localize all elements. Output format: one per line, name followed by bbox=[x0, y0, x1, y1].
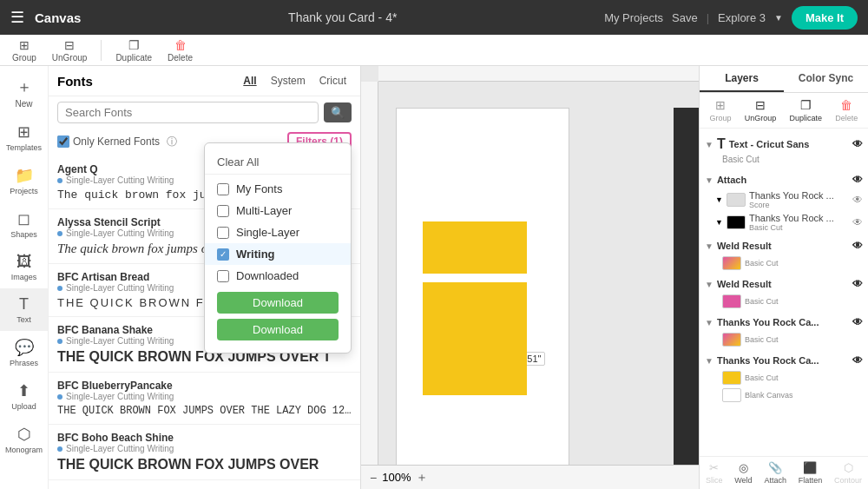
tab-cricut[interactable]: Cricut bbox=[314, 73, 352, 89]
layer-item[interactable]: Basic Cut bbox=[705, 369, 863, 387]
phrases-icon: 💬 bbox=[15, 338, 34, 357]
canvas-page-right[interactable] bbox=[674, 108, 699, 472]
sidebar-item-phrases[interactable]: 💬 Phrases bbox=[0, 331, 48, 374]
download-button-1[interactable]: Download bbox=[217, 292, 339, 314]
font-item[interactable]: BFC BlueberryPancake Single-Layer Cuttin… bbox=[49, 373, 360, 425]
right-panel: Layers Color Sync ⊞ Group ⊟ UnGroup ❐ Du… bbox=[699, 66, 868, 489]
layer-eye[interactable]: 👁 bbox=[852, 216, 863, 228]
weld2-arrow-icon: ▼ bbox=[705, 280, 713, 289]
font-item[interactable]: BFC Bright Christmas Single-Layer Cuttin… bbox=[49, 480, 360, 489]
text-cricut-icon: T bbox=[717, 136, 726, 152]
yellow-rect-left bbox=[423, 282, 527, 395]
rp-duplicate-tool[interactable]: ❐ Duplicate bbox=[790, 98, 823, 122]
writing-option[interactable]: ✓ Writing bbox=[205, 243, 351, 265]
shapes-icon: ◻ bbox=[17, 209, 30, 228]
layer-eye[interactable]: 👁 bbox=[852, 194, 863, 206]
layer-thumb-yellow bbox=[722, 371, 741, 385]
zoom-in-button[interactable]: ＋ bbox=[416, 470, 428, 486]
group-icon: ⊞ bbox=[715, 98, 726, 112]
kerned-filter-label: Only Kerned Fonts bbox=[57, 135, 160, 148]
sidebar-item-monogram[interactable]: ⬡ Monogram bbox=[0, 418, 48, 461]
section-header-thanks-ca-1[interactable]: ▼ Thanks You Rock Ca... 👁 bbox=[705, 314, 863, 331]
make-it-button[interactable]: Make It bbox=[792, 6, 858, 30]
save-btn[interactable]: Save bbox=[672, 11, 698, 24]
sidebar-item-images[interactable]: 🖼 Images bbox=[0, 246, 48, 288]
multi-layer-checkbox[interactable] bbox=[217, 205, 229, 217]
layer-eye-icon[interactable]: 👁 bbox=[852, 138, 863, 150]
zoom-out-button[interactable]: − bbox=[370, 471, 377, 485]
duplicate-button[interactable]: ❐ Duplicate bbox=[110, 36, 157, 64]
sidebar-item-shapes[interactable]: ◻ Shapes bbox=[0, 202, 48, 246]
layer-thumb bbox=[722, 333, 741, 347]
layer-item[interactable]: ▼ Thanks You Rock ... Basic Cut 👁 bbox=[705, 211, 863, 234]
blank-canvas-layer[interactable]: Blank Canvas bbox=[705, 387, 863, 404]
thankca1-eye-icon[interactable]: 👁 bbox=[852, 316, 863, 328]
contour-tool[interactable]: ⬡ Contour bbox=[834, 461, 862, 485]
tab-layers[interactable]: Layers bbox=[700, 66, 784, 92]
sidebar-item-upload[interactable]: ⬆ Upload bbox=[0, 374, 48, 418]
layer-thumb-white bbox=[722, 388, 741, 402]
single-layer-checkbox[interactable] bbox=[217, 227, 229, 239]
bottom-tools: ✂ Slice ◎ Weld 📎 Attach ⬛ Flatten ⬡ Cont… bbox=[700, 456, 868, 489]
sidebar-item-new[interactable]: ＋ New bbox=[0, 69, 48, 116]
rp-group-tool[interactable]: ⊞ Group bbox=[710, 98, 732, 122]
sublayer-arrow: ▼ bbox=[715, 218, 723, 227]
weld-tool[interactable]: ◎ Weld bbox=[734, 461, 752, 485]
attach-arrow-icon: ▼ bbox=[705, 175, 713, 185]
tab-color-sync[interactable]: Color Sync bbox=[784, 66, 868, 92]
search-button[interactable]: 🔍 bbox=[324, 102, 352, 122]
filter-dropdown: Clear All My Fonts Multi-Layer Single-La… bbox=[204, 142, 352, 354]
attach-tool[interactable]: 📎 Attach bbox=[764, 461, 786, 485]
downloaded-checkbox[interactable] bbox=[217, 270, 229, 282]
section-header-text[interactable]: ▼ T Text - Cricut Sans 👁 bbox=[705, 134, 863, 155]
yellow-rect-top bbox=[423, 221, 527, 274]
single-layer-option[interactable]: Single-Layer bbox=[205, 221, 351, 243]
section-thanks-ca-1: ▼ Thanks You Rock Ca... 👁 Basic Cut bbox=[700, 312, 868, 350]
layer-item[interactable]: Basic Cut bbox=[705, 254, 863, 272]
slice-tool[interactable]: ✂ Slice bbox=[706, 461, 723, 485]
weld2-eye-icon[interactable]: 👁 bbox=[852, 278, 863, 290]
hamburger-icon[interactable]: ☰ bbox=[10, 8, 24, 27]
section-header-weld-2[interactable]: ▼ Weld Result 👁 bbox=[705, 275, 863, 293]
my-fonts-option[interactable]: My Fonts bbox=[205, 178, 351, 200]
group-button[interactable]: ⊞ Group bbox=[7, 36, 42, 64]
flatten-tool[interactable]: ⬛ Flatten bbox=[799, 461, 823, 485]
ungroup-button[interactable]: ⊟ UnGroup bbox=[47, 36, 93, 64]
canvas-page-left[interactable]: Text 1.351" bbox=[396, 108, 569, 472]
my-projects-btn[interactable]: My Projects bbox=[604, 11, 663, 24]
attach-eye-icon[interactable]: 👁 bbox=[852, 174, 863, 186]
top-bar: ☰ Canvas Thank you Card - 4* My Projects… bbox=[0, 0, 868, 35]
layer-item[interactable]: Basic Cut bbox=[705, 331, 863, 348]
tab-system[interactable]: System bbox=[266, 73, 311, 89]
sidebar-item-projects[interactable]: 📁 Projects bbox=[0, 159, 48, 202]
download-button-2[interactable]: Download bbox=[217, 319, 339, 340]
weld1-eye-icon[interactable]: 👁 bbox=[852, 240, 863, 252]
upload-icon: ⬆ bbox=[17, 381, 30, 400]
canvas-area[interactable]: Text 1.351" Thanks you Rock! bbox=[361, 66, 699, 489]
delete-button[interactable]: 🗑 Delete bbox=[162, 36, 198, 64]
kerned-checkbox[interactable] bbox=[57, 135, 69, 148]
multi-layer-option[interactable]: Multi-Layer bbox=[205, 200, 351, 221]
section-header-attach[interactable]: ▼ Attach 👁 bbox=[705, 171, 863, 188]
thankca2-eye-icon[interactable]: 👁 bbox=[852, 354, 863, 367]
text-icon: T bbox=[19, 295, 29, 314]
layer-item[interactable]: ▼ Thanks You Rock ... Score 👁 bbox=[705, 188, 863, 211]
thankca1-arrow-icon: ▼ bbox=[705, 318, 713, 327]
my-fonts-checkbox[interactable] bbox=[217, 183, 229, 195]
font-item[interactable]: BFC Boho Beach Shine Single-Layer Cuttin… bbox=[49, 425, 360, 480]
search-input[interactable] bbox=[57, 102, 319, 123]
sidebar-item-text[interactable]: T Text bbox=[0, 288, 48, 331]
layer-item[interactable]: Basic Cut bbox=[705, 293, 863, 310]
thankca2-arrow-icon: ▼ bbox=[705, 356, 713, 366]
tab-all[interactable]: All bbox=[238, 73, 261, 89]
section-header-weld-1[interactable]: ▼ Weld Result 👁 bbox=[705, 237, 863, 254]
right-panel-tabs: Layers Color Sync bbox=[700, 66, 868, 93]
explore-btn[interactable]: Explore 3 bbox=[718, 11, 766, 24]
section-header-thanks-ca-2[interactable]: ▼ Thanks You Rock Ca... 👁 bbox=[705, 352, 863, 369]
sidebar-item-templates[interactable]: ⊞ Templates bbox=[0, 116, 48, 159]
clear-all-button[interactable]: Clear All bbox=[205, 150, 351, 175]
rp-delete-tool[interactable]: 🗑 Delete bbox=[835, 98, 858, 122]
rp-ungroup-tool[interactable]: ⊟ UnGroup bbox=[745, 98, 777, 122]
writing-checkbox-checked: ✓ bbox=[217, 248, 229, 261]
downloaded-option[interactable]: Downloaded bbox=[205, 265, 351, 287]
